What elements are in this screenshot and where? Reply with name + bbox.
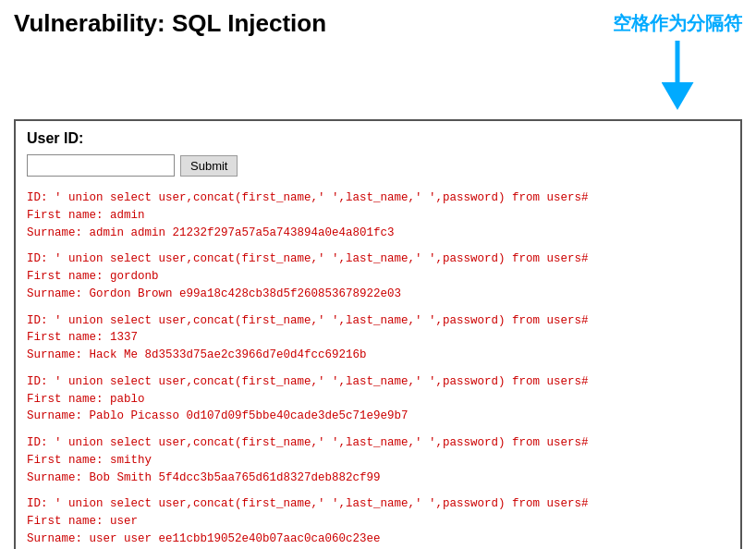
result-id-line: ID: ' union select user,concat(first_nam…: [27, 495, 729, 513]
annotation-area: 空格作为分隔符: [613, 9, 742, 110]
result-block: ID: ' union select user,concat(first_nam…: [27, 495, 729, 547]
annotation-text: 空格作为分隔符: [613, 11, 742, 36]
input-row: Submit: [27, 154, 729, 177]
results-area: ID: ' union select user,concat(first_nam…: [27, 189, 729, 548]
result-id-line: ID: ' union select user,concat(first_nam…: [27, 434, 729, 452]
result-first-name-line: First name: 1337: [27, 329, 729, 347]
page-container: Vulnerability: SQL Injection 空格作为分隔符 Use…: [0, 0, 756, 549]
result-block: ID: ' union select user,concat(first_nam…: [27, 189, 729, 241]
result-block: ID: ' union select user,concat(first_nam…: [27, 312, 729, 364]
result-id-line: ID: ' union select user,concat(first_nam…: [27, 312, 729, 330]
result-first-name-line: First name: smithy: [27, 452, 729, 470]
result-first-name-line: First name: admin: [27, 207, 729, 225]
user-id-input[interactable]: [27, 154, 175, 177]
header-area: Vulnerability: SQL Injection 空格作为分隔符: [14, 9, 742, 110]
result-surname-line: Surname: admin admin 21232f297a57a5a7438…: [27, 225, 729, 242]
user-id-label: User ID:: [27, 130, 729, 147]
submit-button[interactable]: Submit: [180, 155, 238, 177]
content-box: User ID: Submit ID: ' union select user,…: [14, 119, 742, 549]
result-surname-line: Surname: user user ee11cbb19052e40b07aac…: [27, 531, 729, 548]
result-id-line: ID: ' union select user,concat(first_nam…: [27, 250, 729, 268]
result-surname-line: Surname: Hack Me 8d3533d75ae2c3966d7e0d4…: [27, 347, 729, 364]
result-surname-line: Surname: Bob Smith 5f4dcc3b5aa765d61d832…: [27, 470, 729, 487]
arrow-icon: [650, 36, 705, 110]
result-surname-line: Surname: Gordon Brown e99a18c428cb38d5f2…: [27, 286, 729, 303]
result-block: ID: ' union select user,concat(first_nam…: [27, 373, 729, 425]
result-first-name-line: First name: gordonb: [27, 268, 729, 286]
result-block: ID: ' union select user,concat(first_nam…: [27, 250, 729, 302]
result-first-name-line: First name: pablo: [27, 391, 729, 409]
result-id-line: ID: ' union select user,concat(first_nam…: [27, 189, 729, 207]
result-id-line: ID: ' union select user,concat(first_nam…: [27, 373, 729, 391]
result-surname-line: Surname: Pablo Picasso 0d107d09f5bbe40ca…: [27, 408, 729, 425]
result-first-name-line: First name: user: [27, 513, 729, 531]
page-title: Vulnerability: SQL Injection: [14, 9, 326, 38]
result-block: ID: ' union select user,concat(first_nam…: [27, 434, 729, 486]
